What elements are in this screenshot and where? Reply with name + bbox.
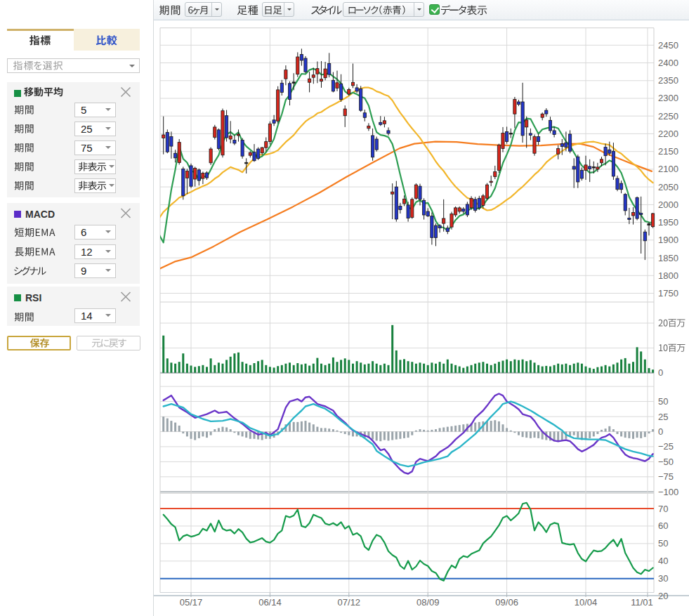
svg-text:2000: 2000 [658,199,678,210]
svg-text:2450: 2450 [658,40,678,51]
svg-text:1850: 1850 [658,253,678,263]
svg-text:09/06: 09/06 [495,597,518,608]
svg-text:2200: 2200 [658,129,678,139]
svg-text:08/09: 08/09 [416,597,440,608]
svg-text:2150: 2150 [658,146,678,157]
svg-text:20: 20 [658,591,668,601]
svg-text:−25: −25 [658,441,674,452]
svg-text:1950: 1950 [658,217,678,228]
svg-text:30: 30 [658,573,668,584]
svg-text:2350: 2350 [658,75,678,86]
svg-text:1900: 1900 [658,235,678,245]
svg-text:0: 0 [658,367,663,378]
svg-text:05/17: 05/17 [180,597,203,608]
svg-text:1800: 1800 [658,270,678,281]
svg-text:07/12: 07/12 [338,597,361,608]
svg-text:1750: 1750 [658,288,678,299]
svg-text:−100: −100 [658,487,678,497]
svg-text:−50: −50 [658,457,674,467]
svg-text:0: 0 [658,426,663,437]
svg-text:2400: 2400 [658,58,678,68]
svg-text:11/01: 11/01 [631,597,653,608]
svg-text:70: 70 [658,504,668,514]
svg-text:25: 25 [658,412,668,422]
svg-text:40: 40 [658,556,668,566]
svg-text:50: 50 [658,538,668,549]
svg-text:10/04: 10/04 [575,597,598,608]
svg-text:−75: −75 [658,471,674,482]
svg-text:2050: 2050 [658,182,678,192]
svg-text:06/14: 06/14 [258,597,282,608]
svg-text:60: 60 [658,520,668,531]
svg-text:2100: 2100 [658,164,678,174]
svg-text:2300: 2300 [658,93,678,103]
svg-text:50: 50 [658,396,668,407]
svg-text:2250: 2250 [658,111,678,122]
